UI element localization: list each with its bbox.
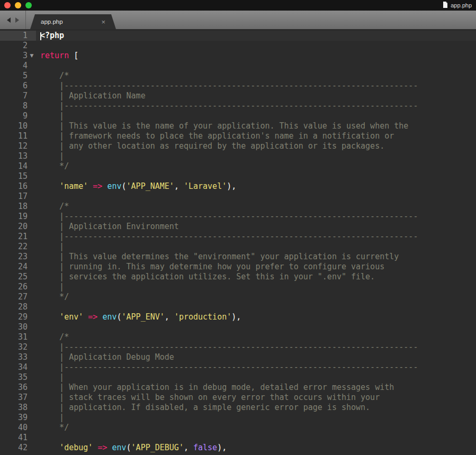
gutter: 4 xyxy=(0,61,36,71)
code-line[interactable]: 11 | framework needs to place the applic… xyxy=(0,131,476,141)
code-text: | xyxy=(36,413,64,423)
code-line[interactable]: 25 | services the application utilizes. … xyxy=(0,272,476,282)
code-line[interactable]: 1<?php xyxy=(0,31,476,41)
gutter: 11 xyxy=(0,131,36,141)
line-number: 16 xyxy=(0,181,28,192)
line-number: 7 xyxy=(0,91,28,101)
code-text xyxy=(36,433,40,443)
token-cm: /* xyxy=(40,332,69,342)
line-number: 34 xyxy=(0,362,28,372)
code-text: | stack traces will be shown on every er… xyxy=(36,393,380,403)
code-line[interactable]: 13 | xyxy=(0,151,476,161)
line-number: 36 xyxy=(0,383,28,393)
code-text: | When your application is in debug mode… xyxy=(36,383,394,393)
fold-spacer xyxy=(28,41,36,51)
code-area[interactable]: 1<?php23▼return [45 /*6 |---------------… xyxy=(0,29,476,455)
token-const: false xyxy=(193,443,217,452)
code-text: return [ xyxy=(36,51,78,61)
token-cm: | framework needs to place the applicati… xyxy=(40,131,394,141)
gutter: 41 xyxy=(0,433,36,443)
fold-spacer xyxy=(28,282,36,292)
code-line[interactable]: 34 |------------------------------------… xyxy=(0,362,476,372)
tab-app-php[interactable]: app.php × xyxy=(30,14,116,29)
fold-spacer xyxy=(28,232,36,242)
fold-spacer xyxy=(28,332,36,342)
fold-arrow-icon[interactable]: ▼ xyxy=(28,51,36,61)
token-plain: ( xyxy=(127,443,131,452)
titlebar-file: app.php xyxy=(443,2,472,9)
code-line[interactable]: 19 |------------------------------------… xyxy=(0,212,476,222)
token-cm: |---------------------------------------… xyxy=(40,342,418,352)
fold-spacer xyxy=(28,362,36,372)
code-line[interactable]: 7 | Application Name xyxy=(0,91,476,101)
code-line[interactable]: 4 xyxy=(0,61,476,71)
code-line[interactable]: 18 /* xyxy=(0,202,476,212)
code-line[interactable]: 21 |------------------------------------… xyxy=(0,232,476,242)
fold-spacer xyxy=(28,192,36,202)
code-line[interactable]: 15 xyxy=(0,171,476,181)
line-number: 33 xyxy=(0,352,28,362)
code-line[interactable]: 24 | running in. This may determine how … xyxy=(0,262,476,272)
code-line[interactable]: 10 | This value is the name of your appl… xyxy=(0,121,476,131)
code-line[interactable]: 40 */ xyxy=(0,423,476,433)
code-line[interactable]: 8 |-------------------------------------… xyxy=(0,101,476,111)
code-line[interactable]: 23 | This value determines the "environm… xyxy=(0,252,476,262)
token-plain: , xyxy=(165,312,174,322)
forward-arrow-icon[interactable] xyxy=(15,17,19,23)
token-str: 'production' xyxy=(174,312,231,322)
zoom-window-button[interactable] xyxy=(25,2,32,8)
fold-spacer xyxy=(28,403,36,413)
code-line[interactable]: 26 | xyxy=(0,282,476,292)
line-number: 2 xyxy=(0,41,28,51)
code-line[interactable]: 42 'debug' => env('APP_DEBUG', false), xyxy=(0,443,476,453)
back-arrow-icon[interactable] xyxy=(7,17,11,23)
token-cm: | Application Name xyxy=(40,91,146,101)
code-line[interactable]: 36 | When your application is in debug m… xyxy=(0,383,476,393)
minimize-window-button[interactable] xyxy=(15,2,21,8)
code-line[interactable]: 22 | xyxy=(0,242,476,252)
code-line[interactable]: 6 |-------------------------------------… xyxy=(0,81,476,91)
code-line[interactable]: 27 */ xyxy=(0,292,476,302)
line-number: 18 xyxy=(0,202,28,212)
code-line[interactable]: 2 xyxy=(0,41,476,51)
code-text: |---------------------------------------… xyxy=(36,342,418,352)
token-plain: , xyxy=(184,443,193,452)
code-line[interactable]: 29 'env' => env('APP_ENV', 'production')… xyxy=(0,312,476,322)
token-str: 'Laravel' xyxy=(184,181,227,191)
code-line[interactable]: 20 | Application Environment xyxy=(0,222,476,232)
token-cm: */ xyxy=(40,292,69,302)
code-line[interactable]: 31 /* xyxy=(0,332,476,342)
line-number: 3 xyxy=(0,51,28,61)
fold-spacer xyxy=(28,272,36,282)
code-line[interactable]: 12 | any other location as required by t… xyxy=(0,141,476,151)
code-line[interactable]: 5 /* xyxy=(0,71,476,81)
code-text: |---------------------------------------… xyxy=(36,81,418,91)
token-cm: |---------------------------------------… xyxy=(40,212,418,221)
gutter: 28 xyxy=(0,302,36,312)
code-line[interactable]: 14 */ xyxy=(0,161,476,171)
code-line[interactable]: 17 xyxy=(0,192,476,202)
code-line[interactable]: 33 | Application Debug Mode xyxy=(0,352,476,362)
gutter: 16 xyxy=(0,181,36,192)
gutter: 2 xyxy=(0,41,36,51)
code-line[interactable]: 35 | xyxy=(0,372,476,383)
code-line[interactable]: 39 | xyxy=(0,413,476,423)
code-line[interactable]: 30 xyxy=(0,322,476,332)
code-line[interactable]: 28 xyxy=(0,302,476,312)
code-line[interactable]: 16 'name' => env('APP_NAME', 'Laravel'), xyxy=(0,181,476,192)
tab-close-icon[interactable]: × xyxy=(101,19,105,25)
tab-bar: app.php × xyxy=(0,11,476,29)
close-window-button[interactable] xyxy=(4,2,11,8)
token-plain: , xyxy=(174,181,184,191)
code-text: /* xyxy=(36,202,69,212)
gutter: 34 xyxy=(0,362,36,372)
code-line[interactable]: 41 xyxy=(0,433,476,443)
fold-spacer xyxy=(28,262,36,272)
code-line[interactable]: 37 | stack traces will be shown on every… xyxy=(0,393,476,403)
fold-spacer xyxy=(28,372,36,383)
code-line[interactable]: 38 | application. If disabled, a simple … xyxy=(0,403,476,413)
code-text: | xyxy=(36,372,64,383)
code-line[interactable]: 3▼return [ xyxy=(0,51,476,61)
code-line[interactable]: 9 | xyxy=(0,111,476,121)
code-line[interactable]: 32 |------------------------------------… xyxy=(0,342,476,352)
